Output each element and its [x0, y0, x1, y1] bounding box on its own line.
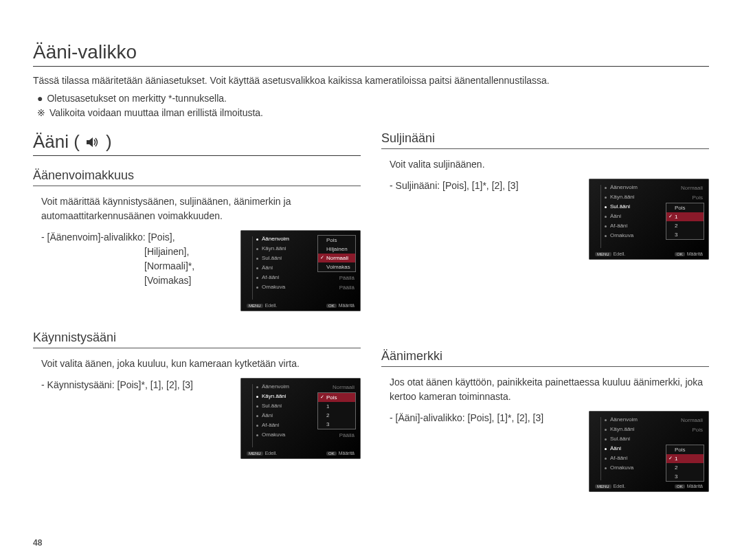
intro-bullets: ● Oletusasetukset on merkitty *-tunnukse…	[37, 91, 709, 120]
bullet-1: ● Oletusasetukset on merkitty *-tunnukse…	[37, 91, 709, 106]
beep-options-text: - [Ääni]-alivalikko: [Pois], [1]*, [2], …	[390, 411, 543, 425]
speaker-icon	[85, 135, 100, 149]
bullet-1-text: Oletusasetukset on merkitty *-tunnuksell…	[47, 91, 226, 106]
startup-options-text: - Käynnistysääni: [Pois]*, [1], [2], [3]	[41, 378, 193, 392]
volume-camera-menu: ÄänenvoimKäyn.ääniSul.ääniÄäniAf-ääniPää…	[240, 230, 361, 311]
bullet-2-text: Valikoita voidaan muuttaa ilman erillist…	[49, 106, 263, 120]
sound-heading-close: )	[106, 131, 112, 153]
bullet-2-prefix: ※	[37, 106, 45, 120]
bullet-1-prefix: ●	[37, 91, 43, 106]
left-column: Ääni ( ) Äänenvoimakkuus Voit määrittää …	[33, 131, 361, 511]
sound-heading-text: Ääni (	[33, 131, 80, 153]
beep-heading: Äänimerkki	[381, 349, 709, 367]
bullet-2: ※ Valikoita voidaan muuttaa ilman erilli…	[37, 106, 709, 120]
beep-camera-menu: ÄänenvoimNormaaliKäyn.ääniPoisSul.ääniÄä…	[589, 411, 709, 492]
startup-opt-line1: - Käynnistysääni: [Pois]*, [1], [2], [3]	[41, 378, 193, 392]
volume-heading: Äänenvoimakkuus	[33, 168, 361, 186]
volume-opt-line4: [Voimakas]	[41, 273, 194, 288]
startup-camera-menu: ÄänenvoimNormaaliKäyn.ääniSul.ääniÄäniAf…	[240, 378, 361, 459]
sound-heading: Ääni ( )	[33, 131, 361, 156]
right-column: Suljinääni Voit valita suljinäänen. - Su…	[381, 131, 709, 511]
shutter-option-block: - Suljinääni: [Pois], [1]*, [2], [3] Ään…	[390, 179, 709, 260]
shutter-opt-line1: - Suljinääni: [Pois], [1]*, [2], [3]	[390, 179, 519, 193]
page-title: Ääni-valikko	[33, 41, 709, 67]
shutter-options-text: - Suljinääni: [Pois], [1]*, [2], [3]	[390, 179, 519, 193]
beep-option-block: - [Ääni]-alivalikko: [Pois], [1]*, [2], …	[390, 411, 709, 492]
volume-opt-line2: [Hiljainen],	[41, 245, 194, 259]
beep-opt-line1: - [Ääni]-alivalikko: [Pois], [1]*, [2], …	[390, 411, 543, 425]
volume-option-block: - [Äänenvoim]-alivalikko: [Pois], [Hilja…	[41, 230, 361, 311]
startup-body: Voit valita äänen, joka kuuluu, kun kame…	[41, 357, 361, 371]
shutter-camera-menu: ÄänenvoimNormaaliKäyn.ääniPoisSul.ääniÄä…	[589, 179, 709, 260]
shutter-body: Voit valita suljinäänen.	[390, 157, 709, 172]
volume-opt-line3: [Normaali]*,	[41, 259, 194, 273]
page-number: 48	[33, 538, 42, 548]
volume-options-text: - [Äänenvoim]-alivalikko: [Pois], [Hilja…	[41, 230, 194, 288]
startup-heading: Käynnistysääni	[33, 331, 361, 348]
startup-option-block: - Käynnistysääni: [Pois]*, [1], [2], [3]…	[41, 378, 361, 459]
shutter-heading: Suljinääni	[381, 131, 709, 149]
volume-opt-line1: - [Äänenvoim]-alivalikko: [Pois],	[41, 230, 194, 245]
volume-body: Voit määrittää käynnistysäänen, suljinää…	[41, 194, 361, 223]
intro-text: Tässä tilassa määritetään ääniasetukset.…	[33, 74, 709, 87]
beep-body: Jos otat äänen käyttöön, painikkeita pai…	[390, 375, 709, 404]
